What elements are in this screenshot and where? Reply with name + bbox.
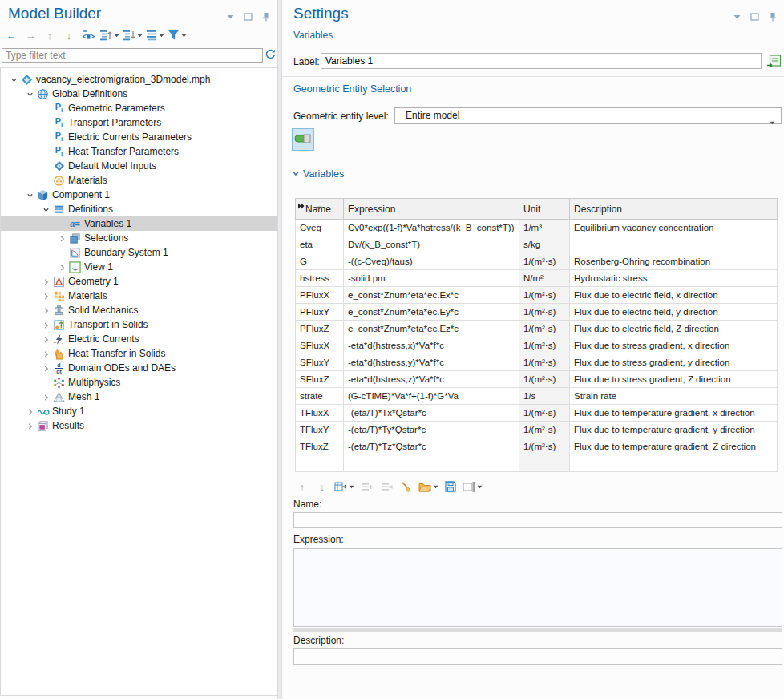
cell-name[interactable]: SFluxX xyxy=(296,337,344,354)
tree-item-transport-in-solids[interactable]: Transport in Solids xyxy=(1,317,277,332)
cell-description[interactable]: Flux due to electric field, x direction xyxy=(570,287,778,304)
tree-item-solid-mechanics[interactable]: Solid Mechanics xyxy=(1,303,277,317)
cell-description[interactable]: Flux due to stress gradient, y direction xyxy=(570,354,778,371)
save-to-file-button[interactable] xyxy=(442,479,459,495)
filter-button[interactable] xyxy=(167,27,188,43)
dropdown-caret-icon[interactable] xyxy=(433,485,438,489)
tree-item-transport-parameters[interactable]: PiTransport Parameters xyxy=(1,115,277,130)
back-button[interactable]: ← xyxy=(2,27,20,43)
tree-item-vacancy-electromigration-3dmodel-mph[interactable]: vacancy_electromigration_3Dmodel.mph xyxy=(1,72,277,87)
cell-description[interactable]: Rosenberg-Ohring recombination xyxy=(570,253,778,270)
tree-item-global-definitions[interactable]: Global Definitions xyxy=(1,87,277,101)
chevron-right-icon[interactable] xyxy=(40,321,52,329)
dropdown-caret-icon[interactable] xyxy=(137,34,143,38)
tree-item-view-1[interactable]: View 1 xyxy=(1,260,277,274)
expand-all-button[interactable] xyxy=(99,27,120,43)
chevron-right-icon[interactable] xyxy=(56,235,68,242)
dropdown-caret-icon[interactable] xyxy=(317,201,322,212)
forward-button[interactable]: → xyxy=(22,27,39,43)
chevron-down-icon[interactable] xyxy=(24,91,36,98)
cell-unit[interactable]: 1/(m³·s) xyxy=(519,253,570,270)
cell-name[interactable]: hstress xyxy=(296,270,344,287)
cell-expression[interactable]: e_const*Znum*eta*ec.Ex*c xyxy=(344,287,519,304)
dropdown-caret-icon[interactable] xyxy=(181,34,187,38)
tree-item-heat-transfer-in-solids[interactable]: Heat Transfer in Solids xyxy=(1,346,277,361)
cell-name[interactable]: strate xyxy=(296,388,344,405)
chevron-right-icon[interactable] xyxy=(56,264,68,271)
panel-menu-icon[interactable] xyxy=(732,11,742,22)
cell-unit[interactable]: 1/(m²·s) xyxy=(519,337,570,354)
node-display-button[interactable] xyxy=(145,27,165,43)
move-up-button[interactable]: ↑ xyxy=(41,27,59,43)
cell-name[interactable]: G xyxy=(296,253,344,270)
chevron-right-icon[interactable] xyxy=(40,394,52,401)
tree-item-results[interactable]: Results xyxy=(1,418,277,433)
cell-expression[interactable]: -eta*d(hstress,z)*Va*f*c xyxy=(344,371,519,388)
pin-panel-icon[interactable] xyxy=(261,11,271,22)
cell-expression[interactable]: Cv0*exp((1-f)*Va*hstress/(k_B_const*T)) xyxy=(344,220,519,236)
cell-description[interactable]: Flux due to electric field, y direction xyxy=(570,304,778,321)
cell-expression[interactable]: -(eta/T)*Tz*Qstar*c xyxy=(344,438,519,455)
chevron-right-icon[interactable] xyxy=(40,307,52,314)
tree-item-mesh-1[interactable]: Mesh 1 xyxy=(1,390,277,404)
column-header-description[interactable]: Description xyxy=(570,199,778,220)
tree-item-default-model-inputs[interactable]: Default Model Inputs xyxy=(1,159,277,173)
cell-name[interactable]: PFluxZ xyxy=(296,321,344,337)
show-button[interactable] xyxy=(79,27,97,43)
cell-expression[interactable]: -((c-Cveq)/taus) xyxy=(344,253,519,270)
cell-expression[interactable]: e_const*Znum*eta*ec.Ey*c xyxy=(344,304,519,321)
section-collapse-chevron-icon[interactable] xyxy=(292,168,300,180)
tree-item-boundary-system-1[interactable]: Boundary System 1 xyxy=(1,245,277,260)
cell-unit[interactable]: 1/m³ xyxy=(519,220,570,236)
float-panel-icon[interactable] xyxy=(243,11,253,22)
cell-name[interactable] xyxy=(296,455,344,472)
cell-expression[interactable]: -solid.pm xyxy=(344,270,519,287)
dropdown-caret-icon[interactable] xyxy=(349,485,354,489)
cell-description[interactable]: Flux due to stress gradient, x direction xyxy=(570,337,778,354)
cell-expression[interactable]: -(eta/T)*Ty*Qstar*c xyxy=(344,422,519,438)
cell-expression[interactable]: -(eta/T)*Tx*Qstar*c xyxy=(344,405,519,422)
cell-expression[interactable]: Dv/(k_B_const*T) xyxy=(344,236,519,253)
cell-unit[interactable]: 1/(m²·s) xyxy=(519,405,570,422)
chevron-right-icon[interactable] xyxy=(40,365,52,372)
tree-item-geometric-parameters[interactable]: PiGeometric Parameters xyxy=(1,101,277,115)
panel-menu-icon[interactable] xyxy=(225,11,236,22)
tree-item-study-1[interactable]: Study 1 xyxy=(1,404,277,418)
refresh-icon[interactable] xyxy=(265,49,276,63)
chevron-right-icon[interactable] xyxy=(24,422,36,430)
cell-name[interactable]: TFluxY xyxy=(296,422,344,438)
cell-expression[interactable]: e_const*Znum*eta*ec.Ez*c xyxy=(344,321,519,337)
dropdown-caret-icon[interactable] xyxy=(159,34,164,38)
cell-description[interactable]: Flux due to temperature gradient, x dire… xyxy=(570,405,778,422)
tree-item-multiphysics[interactable]: Multiphysics xyxy=(1,375,277,390)
tree-item-geometry-1[interactable]: Geometry 1 xyxy=(1,274,277,289)
cell-name[interactable]: PFluxX xyxy=(296,287,344,304)
cell-description[interactable]: Flux due to temperature gradient, y dire… xyxy=(570,422,778,438)
cell-name[interactable]: TFluxZ xyxy=(296,438,344,455)
load-from-file-button[interactable] xyxy=(418,479,439,495)
move-up-button[interactable]: ↑ xyxy=(293,479,311,495)
column-header-unit[interactable]: Unit xyxy=(519,199,570,220)
chevron-right-icon[interactable] xyxy=(40,278,52,285)
move-to-button[interactable] xyxy=(333,479,355,495)
tree-item-component-1[interactable]: Component 1 xyxy=(1,188,277,202)
tree-item-heat-transfer-parameters[interactable]: PiHeat Transfer Parameters xyxy=(1,144,277,159)
geometric-entity-level-select[interactable]: Entire model xyxy=(394,107,782,124)
dropdown-caret-icon[interactable] xyxy=(477,485,483,489)
tree-item-definitions[interactable]: Definitions xyxy=(1,202,277,216)
cell-unit[interactable]: 1/(m²·s) xyxy=(519,438,570,455)
cell-name[interactable]: eta xyxy=(296,236,344,253)
cell-unit[interactable] xyxy=(519,455,570,472)
cell-expression[interactable]: -eta*d(hstress,y)*Va*f*c xyxy=(344,354,519,371)
tree-item-variables-1[interactable]: a=Variables 1 xyxy=(1,216,277,231)
chevron-right-icon[interactable] xyxy=(40,336,52,343)
cell-description[interactable] xyxy=(570,455,778,472)
cell-expression[interactable]: -eta*d(hstress,x)*Va*f*c xyxy=(344,337,519,354)
apply-label-button[interactable] xyxy=(766,53,782,69)
pin-panel-icon[interactable] xyxy=(767,11,778,22)
chevron-right-icon[interactable] xyxy=(24,408,36,415)
cell-unit[interactable]: s/kg xyxy=(519,236,570,253)
cell-description[interactable]: Strain rate xyxy=(570,388,778,405)
label-input[interactable] xyxy=(321,53,762,69)
chevron-right-icon[interactable] xyxy=(40,293,52,300)
